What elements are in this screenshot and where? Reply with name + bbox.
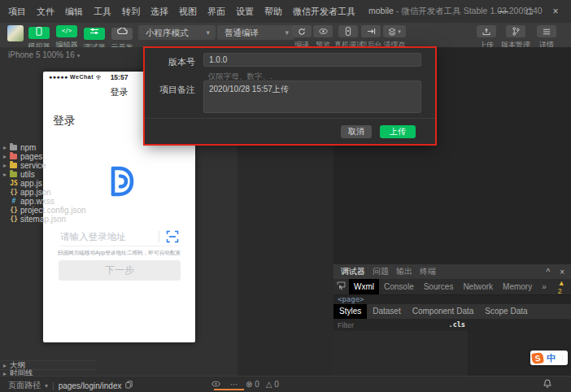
tree-item-pages[interactable]: ▸ pages [0, 152, 96, 161]
wechat-devtools-window: 项目 文件 编辑 工具 转到 选择 视图 界面 设置 帮助 微信开发者工具 mo… [0, 0, 571, 392]
wxss-file-icon: # [10, 198, 18, 205]
tree-item-npm[interactable]: ▸ npm [0, 143, 96, 152]
more-icon[interactable]: ⋯ [230, 380, 238, 389]
tree-item-app-wxss[interactable]: # app.wxss [0, 197, 96, 206]
tree-item-label: npm [20, 143, 36, 152]
wxml-tree-node[interactable]: <page> [338, 295, 364, 303]
refresh-icon [292, 25, 312, 37]
menu-goto[interactable]: 转到 [122, 6, 140, 18]
menu-wechat-devtools[interactable]: 微信开发者工具 [293, 6, 355, 18]
login-address-input[interactable]: 请输入登录地址 [59, 228, 181, 246]
tree-item-project-config[interactable]: {} project.config.json [0, 206, 96, 215]
chevron-down-icon: ▾ [285, 25, 289, 40]
warning-icon: △ [266, 380, 272, 389]
collapse-panel-icon[interactable]: ^ [546, 268, 550, 277]
menu-bar: 项目 文件 编辑 工具 转到 选择 视图 界面 设置 帮助 微信开发者工具 [8, 6, 355, 18]
statusbar-icons: ⋯ [211, 380, 238, 389]
menu-tools[interactable]: 工具 [94, 6, 111, 18]
menu-ui[interactable]: 界面 [207, 6, 225, 18]
devtools-tab-bar: Wxml Console Sources Network Memory » ▲ … [333, 279, 571, 295]
cls-toggle[interactable]: .cls [449, 320, 465, 329]
app-logo [103, 164, 136, 200]
notification-bell-icon[interactable] [543, 379, 551, 390]
upload-confirm-button[interactable]: 上传 [380, 125, 416, 138]
tree-item-label: project.config.json [20, 206, 86, 215]
menu-project[interactable]: 项目 [8, 6, 26, 18]
menu-help[interactable]: 帮助 [264, 6, 282, 18]
maximize-button[interactable]: □ [519, 6, 540, 17]
tab-terminal[interactable]: 终端 [420, 266, 436, 277]
device-selector[interactable]: iPhone 5 100% 16 ▾ [8, 50, 81, 59]
tree-item-label: sitemap.json [20, 215, 66, 224]
close-panel-icon[interactable]: × [560, 268, 564, 277]
title-bar: 项目 文件 编辑 工具 转到 选择 视图 界面 设置 帮助 微信开发者工具 mo… [0, 0, 571, 23]
tree-item-sitemap[interactable]: {} sitemap.json [0, 215, 96, 224]
cancel-button[interactable]: 取消 [341, 125, 372, 138]
statusbar-highlight [214, 389, 244, 390]
tab-sources[interactable]: Sources [419, 279, 459, 294]
copy-icon[interactable] [125, 381, 133, 390]
tab-console[interactable]: Console [379, 279, 419, 294]
dialog-footer: 取消 上传 [145, 118, 435, 144]
chevron-right-icon: ▸ [3, 161, 10, 170]
tree-item-label: app.js [20, 179, 42, 188]
chevron-right-icon: ▸ [3, 170, 10, 179]
eye-icon[interactable] [211, 380, 220, 389]
tab-scope-data[interactable]: Scope Data [479, 304, 533, 319]
page-path-value: pages/login/index [59, 381, 122, 390]
tab-memory[interactable]: Memory [498, 279, 537, 294]
menu-edit[interactable]: 编辑 [65, 6, 83, 18]
input-method-widget[interactable]: S 中 ⋮ [530, 351, 568, 365]
tree-item-label: pages [20, 152, 42, 161]
menu-settings[interactable]: 设置 [236, 6, 254, 18]
tree-item-service[interactable]: ▸ service [0, 161, 96, 170]
window-controls: — □ × [493, 0, 566, 23]
next-step-button[interactable]: 下一步 [59, 260, 181, 281]
notes-textarea[interactable]: 2020/10/28 15:57上传 [203, 81, 421, 113]
tab-debugger[interactable]: 调试器 [341, 266, 365, 277]
simulator-icon [28, 27, 50, 39]
minimize-button[interactable]: — [493, 6, 514, 17]
menu-select[interactable]: 选择 [150, 6, 168, 18]
folder-icon [10, 154, 17, 159]
tree-item-app-json[interactable]: {} app.json [0, 188, 96, 197]
tree-item-utils[interactable]: ▸ utils [0, 170, 96, 179]
compile-mode-select[interactable]: 普通编译 ▾ [217, 25, 294, 40]
arrow-exit-icon [361, 25, 381, 37]
mode-select[interactable]: 小程序模式 ▾ [138, 25, 216, 40]
problem-counts[interactable]: ⊗ 0 △ 0 [246, 380, 279, 389]
upload-icon [477, 25, 496, 37]
login-heading: 登录 [53, 114, 76, 128]
version-input[interactable] [203, 53, 421, 67]
page-path-label[interactable]: 页面路径 [8, 380, 41, 391]
inspect-element-icon[interactable] [337, 281, 346, 292]
menu-file[interactable]: 文件 [37, 6, 54, 18]
tab-network[interactable]: Network [458, 279, 498, 294]
chevron-down-icon: ▾ [206, 25, 210, 40]
tab-component-data[interactable]: Component Data [407, 304, 480, 319]
user-avatar[interactable] [7, 25, 24, 41]
chevron-down-icon[interactable]: ▾ [45, 382, 48, 390]
more-tabs-icon[interactable]: » [537, 279, 551, 294]
qr-scan-icon[interactable] [166, 230, 179, 249]
close-button[interactable]: × [545, 6, 566, 17]
eye-icon [313, 25, 333, 37]
menu-view[interactable]: 视图 [179, 6, 197, 18]
ime-menu-dots: ⋮ [560, 355, 566, 361]
computed-pane [469, 319, 571, 376]
tree-item-app-js[interactable]: JS app.js [0, 179, 96, 188]
warning-badge[interactable]: ▲ 2 [558, 279, 565, 295]
chevron-down-icon: ▾ [398, 25, 401, 37]
tab-dataset[interactable]: Dataset [367, 304, 406, 319]
debugger-panel-header: 调试器 问题 输出 终端 ^ × [333, 264, 571, 279]
tab-styles[interactable]: Styles [333, 304, 367, 319]
styles-filter-input[interactable] [336, 320, 445, 331]
folder-icon [10, 163, 17, 168]
tab-problems[interactable]: 问题 [373, 266, 389, 277]
notes-label: 项目备注 [145, 84, 195, 96]
tree-item-label: service [20, 161, 46, 170]
chevron-down-icon: ▾ [77, 52, 81, 59]
tab-wxml[interactable]: Wxml [349, 279, 379, 294]
tab-output[interactable]: 输出 [396, 266, 412, 277]
folder-icon [10, 145, 17, 150]
